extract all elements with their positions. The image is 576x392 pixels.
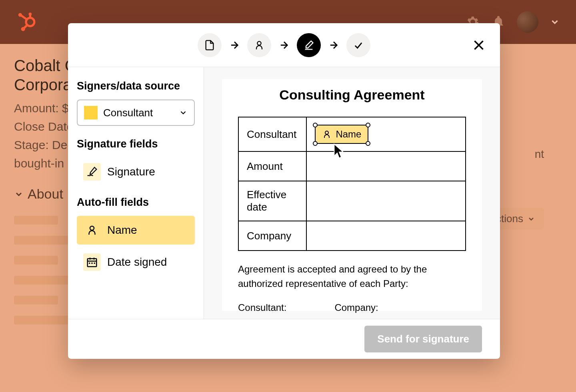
avatar[interactable] [517, 11, 538, 33]
svg-point-4 [18, 13, 22, 17]
step-edit[interactable] [297, 33, 321, 57]
field-date-signed[interactable]: Date signed [77, 248, 195, 277]
arrow-icon [229, 40, 240, 51]
step-review[interactable] [346, 33, 370, 57]
document-table: Consultant Name [238, 117, 466, 251]
calendar-icon [83, 253, 101, 271]
modal-footer: Send for signature [68, 319, 500, 359]
arrow-icon [328, 40, 339, 51]
sign-consultant-label: Consultant: [238, 302, 286, 313]
step-signer[interactable] [247, 33, 271, 57]
svg-line-3 [21, 15, 27, 19]
name-label: Name [107, 224, 137, 237]
sign-company-label: Company: [334, 302, 378, 313]
svg-point-2 [29, 12, 32, 16]
date-signed-label: Date signed [107, 256, 167, 269]
signature-icon [83, 163, 101, 181]
signers-title: Signers/data source [77, 80, 195, 92]
chevron-down-icon [179, 108, 188, 117]
hubspot-logo-icon[interactable] [16, 12, 36, 32]
document-title: Consulting Agreement [238, 87, 466, 103]
signature-label: Signature [107, 165, 155, 178]
row-company-label: Company [238, 221, 306, 251]
sigfields-title: Signature fields [77, 138, 195, 150]
send-for-signature-button[interactable]: Send for signature [364, 326, 482, 352]
field-signature[interactable]: Signature [77, 157, 195, 186]
esign-modal: Signers/data source Consultant Signature… [68, 23, 500, 359]
person-icon [322, 129, 332, 139]
modal-stepper [68, 23, 500, 67]
name-field-chip[interactable]: Name [315, 125, 368, 144]
row-effective-date-value[interactable] [306, 181, 466, 221]
signer-dropdown-value: Consultant [103, 107, 173, 119]
signer-dropdown[interactable]: Consultant [77, 99, 195, 126]
row-company-value[interactable] [306, 221, 466, 251]
account-chevron-down-icon[interactable] [550, 17, 560, 27]
signer-color-swatch [84, 106, 98, 119]
document-canvas[interactable]: Consulting Agreement Consultant [204, 67, 500, 319]
svg-point-22 [325, 131, 328, 134]
field-name[interactable]: Name [77, 216, 195, 245]
close-icon[interactable] [472, 38, 486, 52]
arrow-icon [278, 40, 290, 51]
svg-point-8 [257, 41, 261, 45]
bg-right-fragment: nt [535, 148, 544, 161]
autofill-title: Auto-fill fields [77, 196, 195, 209]
row-consultant-label: Consultant [238, 117, 306, 151]
left-panel: Signers/data source Consultant Signature… [68, 67, 204, 319]
person-icon [83, 221, 101, 239]
row-amount-label: Amount [238, 151, 306, 181]
svg-point-14 [90, 226, 94, 230]
row-effective-date-label: Effective date [238, 181, 306, 221]
agreement-text: Agreement is accepted and agreed to by t… [238, 262, 466, 291]
row-amount-value[interactable] [306, 151, 466, 181]
step-document[interactable] [198, 33, 222, 57]
row-consultant-value[interactable]: Name [306, 117, 466, 151]
